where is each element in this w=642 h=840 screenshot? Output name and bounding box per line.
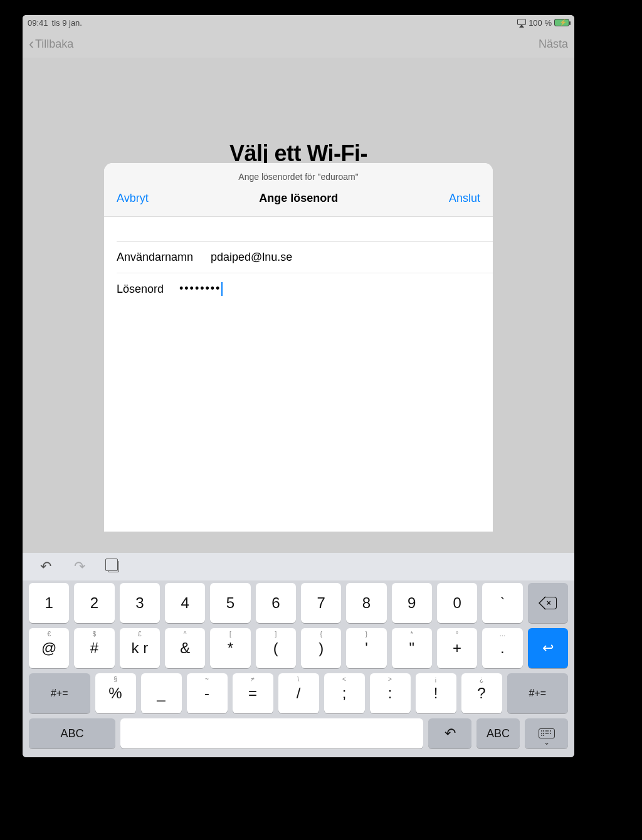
redo-button: ↷ <box>71 559 88 575</box>
onscreen-keyboard: ↶ ↷ 1 2 3 4 5 6 7 8 9 0 ` × <box>23 553 574 757</box>
return-key[interactable]: ↩ <box>528 628 568 668</box>
key-6[interactable]: 6 <box>256 583 296 623</box>
key-4[interactable]: 4 <box>165 583 205 623</box>
key-plus[interactable]: °+ <box>437 628 477 668</box>
key-apos[interactable]: }' <box>346 628 386 668</box>
wifi-password-sheet: Ange lösenordet för "eduroam" Avbryt Ang… <box>104 163 493 532</box>
keyboard-row-2: €@ $# £k r ^& [* ]( {) }' *" °+ …. ↩ <box>29 628 568 668</box>
key-colon[interactable]: >: <box>370 673 411 713</box>
key-minus[interactable]: ~- <box>187 673 228 713</box>
key-amp[interactable]: ^& <box>165 628 205 668</box>
redo-icon: ↷ <box>74 559 85 575</box>
keyboard-row-3: #+= §% _ ~- ≠= \/ <; >: ¡! ¿? #+= <box>29 673 568 713</box>
cancel-button[interactable]: Avbryt <box>117 192 149 205</box>
symbols-key-right[interactable]: #+= <box>507 673 569 713</box>
username-label: Användarnamn <box>117 251 211 264</box>
key-kr[interactable]: £k r <box>120 628 160 668</box>
keyboard-row-4: ABC ↶ ABC <box>29 718 568 748</box>
key-5[interactable]: 5 <box>210 583 250 623</box>
password-masked: •••••••• <box>179 282 221 295</box>
clipboard-button[interactable] <box>105 559 122 575</box>
key-lparen[interactable]: ]( <box>256 628 296 668</box>
key-1[interactable]: 1 <box>29 583 69 623</box>
key-3[interactable]: 3 <box>120 583 160 623</box>
symbols-key-left[interactable]: #+= <box>29 673 90 713</box>
abc-key-left[interactable]: ABC <box>29 718 115 748</box>
key-8[interactable]: 8 <box>346 583 386 623</box>
key-percent[interactable]: §% <box>95 673 136 713</box>
key-period[interactable]: …. <box>482 628 522 668</box>
undo-icon: ↶ <box>445 725 456 742</box>
password-row[interactable]: Lösenord •••••••• <box>117 273 493 305</box>
backspace-key[interactable]: × <box>528 583 568 623</box>
key-bang[interactable]: ¡! <box>416 673 456 713</box>
return-icon: ↩ <box>542 640 554 656</box>
key-0[interactable]: 0 <box>437 583 477 623</box>
key-hash[interactable]: $# <box>74 628 114 668</box>
space-key[interactable] <box>120 718 423 748</box>
undo-key[interactable]: ↶ <box>428 718 471 748</box>
copy-icon <box>108 561 119 572</box>
username-field[interactable]: pdaiped@lnu.se <box>211 251 480 264</box>
key-backtick[interactable]: ` <box>482 583 522 623</box>
password-label: Lösenord <box>117 283 179 296</box>
key-question[interactable]: ¿? <box>461 673 502 713</box>
key-star[interactable]: [* <box>210 628 250 668</box>
keyboard-icon <box>537 725 557 742</box>
keyboard-row-1: 1 2 3 4 5 6 7 8 9 0 ` × <box>29 583 568 623</box>
key-at[interactable]: €@ <box>29 628 69 668</box>
dismiss-keyboard-key[interactable] <box>525 718 568 748</box>
password-field[interactable]: •••••••• <box>179 282 480 296</box>
key-semicolon[interactable]: <; <box>324 673 365 713</box>
join-button[interactable]: Anslut <box>449 192 480 205</box>
sheet-subtitle: Ange lösenordet för "eduroam" <box>104 163 493 188</box>
key-underscore[interactable]: _ <box>141 673 182 713</box>
key-quote[interactable]: *" <box>392 628 432 668</box>
undo-icon: ↶ <box>40 559 51 575</box>
undo-button[interactable]: ↶ <box>38 559 54 575</box>
key-slash[interactable]: \/ <box>278 673 319 713</box>
key-7[interactable]: 7 <box>301 583 341 623</box>
text-caret <box>221 282 223 296</box>
backspace-icon: × <box>539 597 557 609</box>
abc-key-right[interactable]: ABC <box>476 718 520 748</box>
key-rparen[interactable]: {) <box>301 628 341 668</box>
key-9[interactable]: 9 <box>392 583 432 623</box>
keyboard-toolbar: ↶ ↷ <box>23 553 574 580</box>
key-equals[interactable]: ≠= <box>233 673 273 713</box>
username-row[interactable]: Användarnamn pdaiped@lnu.se <box>117 242 493 273</box>
sheet-title: Ange lösenord <box>259 192 338 205</box>
key-2[interactable]: 2 <box>74 583 114 623</box>
